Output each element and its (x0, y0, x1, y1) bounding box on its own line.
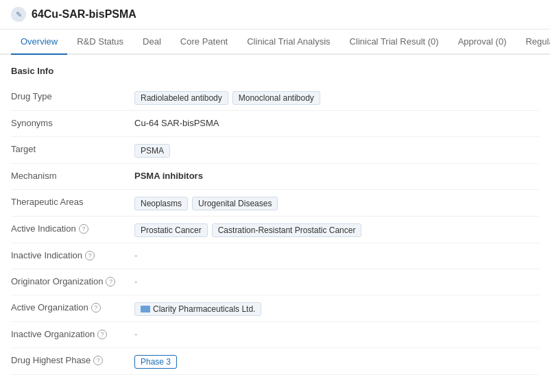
help-icon-inactive-organization[interactable]: ? (97, 330, 107, 339)
value-active-indication: Prostatic CancerCastration-Resistant Pro… (134, 222, 539, 237)
tab-core-patent[interactable]: Core Patent (171, 29, 237, 55)
text-synonyms: Cu-64 SAR-bisPSMA (134, 118, 219, 128)
label-inactive-indication: Inactive Indication? (11, 249, 134, 260)
row-therapeutic-areas: Therapeutic AreasNeoplasmsUrogenital Dis… (11, 190, 539, 217)
row-inactive-indication: Inactive Indication?- (11, 243, 539, 269)
value-active-organization: Clarity Pharmaceuticals Ltd. (134, 301, 539, 316)
row-drug-highest-phase: Drug Highest Phase?Phase 3 (11, 348, 539, 375)
row-mechanism: MechanismPSMA inhibitors (11, 164, 539, 190)
tag-drug-type[interactable]: Radiolabeled antibody (134, 91, 228, 105)
label-therapeutic-areas: Therapeutic Areas (11, 195, 134, 207)
tab-rd-status[interactable]: R&D Status (67, 29, 133, 55)
label-target: Target (11, 143, 134, 154)
tag-therapeutic-areas[interactable]: Urogenital Diseases (192, 197, 278, 210)
value-drug-highest-phase: Phase 3 (134, 354, 539, 369)
help-icon-active-organization[interactable]: ? (91, 303, 101, 313)
value-synonyms: Cu-64 SAR-bisPSMA (134, 117, 539, 128)
row-drug-type: Drug TypeRadiolabeled antibodyMonoclonal… (11, 84, 539, 111)
dash-originator-organization: - (134, 276, 137, 286)
content-area: Basic Info Drug TypeRadiolabeled antibod… (0, 55, 550, 382)
value-originator-organization: - (134, 275, 539, 286)
help-icon-inactive-indication[interactable]: ? (85, 251, 95, 260)
label-drug-type: Drug Type (11, 90, 134, 101)
tab-regulation[interactable]: Regulation (0) (516, 29, 550, 55)
basic-info-rows: Drug TypeRadiolabeled antibodyMonoclonal… (11, 84, 539, 382)
tag-drug-type[interactable]: Monoclonal antibody (232, 91, 320, 105)
nav-tabs: OverviewR&D StatusDealCore PatentClinica… (0, 29, 550, 55)
row-target: TargetPSMA (11, 137, 539, 164)
label-active-indication: Active Indication? (11, 222, 134, 234)
org-tag-active-organization[interactable]: Clarity Pharmaceuticals Ltd. (134, 302, 261, 316)
help-icon-drug-highest-phase[interactable]: ? (93, 356, 103, 365)
value-therapeutic-areas: NeoplasmsUrogenital Diseases (134, 195, 539, 210)
section-title: Basic Info (11, 66, 539, 76)
tab-clinical-trial-analysis[interactable]: Clinical Trial Analysis (237, 29, 339, 55)
label-originator-organization: Originator Organization? (11, 275, 134, 286)
label-first-approval-date: First Approval Date(Global) (11, 380, 134, 382)
org-icon-active-organization (141, 306, 150, 313)
org-name-active-organization: Clarity Pharmaceuticals Ltd. (153, 304, 255, 314)
tag-therapeutic-areas[interactable]: Neoplasms (134, 197, 188, 210)
page-title: 64Cu-SAR-bisPSMA (32, 8, 136, 21)
value-first-approval-date: - (134, 380, 539, 382)
label-inactive-organization: Inactive Organization? (11, 328, 134, 339)
tag-active-indication[interactable]: Prostatic Cancer (134, 223, 208, 237)
tab-overview[interactable]: Overview (11, 29, 67, 55)
label-drug-highest-phase: Drug Highest Phase? (11, 354, 134, 365)
label-mechanism: Mechanism (11, 169, 134, 181)
bold-text-mechanism: PSMA inhibitors (134, 171, 203, 181)
row-active-organization: Active Organization?Clarity Pharmaceutic… (11, 295, 539, 322)
value-drug-type: Radiolabeled antibodyMonoclonal antibody (134, 90, 539, 105)
row-inactive-organization: Inactive Organization?- (11, 322, 539, 348)
tag-target[interactable]: PSMA (134, 144, 170, 158)
edit-icon[interactable]: ✎ (11, 7, 26, 22)
value-inactive-organization: - (134, 328, 539, 339)
value-target: PSMA (134, 143, 539, 158)
help-icon-active-indication[interactable]: ? (79, 224, 88, 234)
tab-clinical-trial-result[interactable]: Clinical Trial Result (0) (340, 29, 449, 55)
dash-inactive-indication: - (134, 250, 137, 260)
phase-tag-drug-highest-phase[interactable]: Phase 3 (134, 355, 177, 369)
dash-inactive-organization: - (134, 329, 137, 339)
label-active-organization: Active Organization? (11, 301, 134, 313)
value-mechanism: PSMA inhibitors (134, 169, 539, 181)
label-synonyms: Synonyms (11, 117, 134, 128)
help-icon-originator-organization[interactable]: ? (106, 277, 115, 286)
row-active-indication: Active Indication?Prostatic CancerCastra… (11, 217, 539, 243)
row-originator-organization: Originator Organization?- (11, 269, 539, 295)
tag-active-indication[interactable]: Castration-Resistant Prostatic Cancer (212, 223, 362, 237)
row-synonyms: SynonymsCu-64 SAR-bisPSMA (11, 111, 539, 137)
tab-approval[interactable]: Approval (0) (449, 29, 516, 55)
row-first-approval-date: First Approval Date(Global)- (11, 375, 539, 382)
title-bar: ✎ 64Cu-SAR-bisPSMA (0, 0, 550, 29)
value-inactive-indication: - (134, 249, 539, 260)
tab-deal[interactable]: Deal (133, 29, 171, 55)
